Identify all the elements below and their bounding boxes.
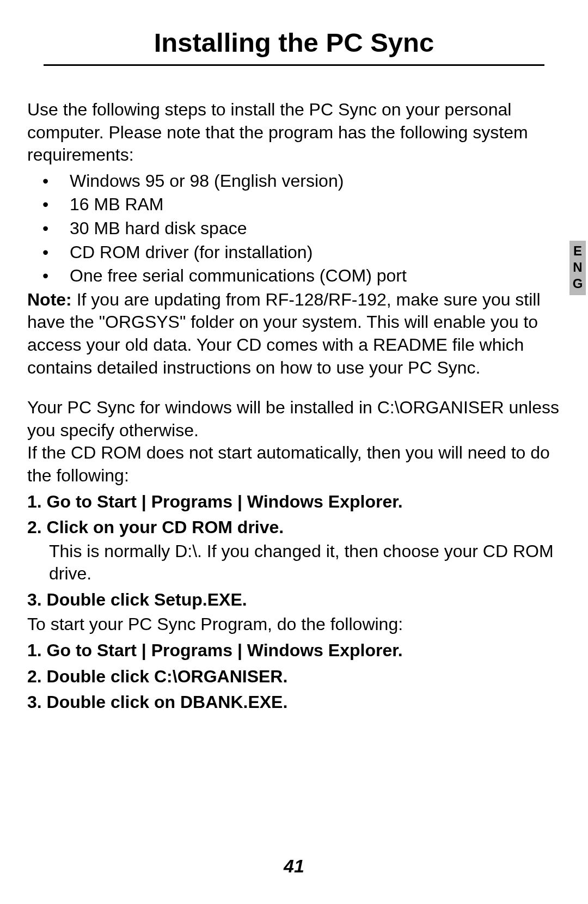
start-instruction-paragraph: To start your PC Sync Program, do the fo…	[27, 613, 561, 636]
list-item: 16 MB RAM	[32, 193, 561, 216]
step-a2-sub: This is normally D:\. If you changed it,…	[49, 540, 561, 585]
intro-paragraph: Use the following steps to install the P…	[27, 99, 561, 167]
step-a3: 3. Double click Setup.EXE.	[27, 589, 561, 612]
list-item: CD ROM driver (for installation)	[32, 241, 561, 264]
step-a1: 1. Go to Start | Programs | Windows Expl…	[27, 491, 561, 514]
list-item: 30 MB hard disk space	[32, 217, 561, 240]
page-number: 41	[0, 856, 588, 877]
lang-letter: N	[569, 259, 586, 276]
note-label: Note:	[27, 290, 72, 309]
list-item: One free serial communications (COM) por…	[32, 265, 561, 288]
note-body: If you are updating from RF-128/RF-192, …	[27, 290, 541, 377]
install-location-paragraph: Your PC Sync for windows will be install…	[27, 396, 561, 442]
cd-instruction-paragraph: If the CD ROM does not start automatical…	[27, 442, 561, 487]
page-title: Installing the PC Sync	[44, 27, 544, 66]
language-tab: E N G	[569, 241, 586, 295]
step-b3: 3. Double click on DBANK.EXE.	[27, 691, 561, 714]
step-b2: 2. Double click C:\ORGANISER.	[27, 665, 561, 688]
step-a2: 2. Click on your CD ROM drive.	[27, 516, 561, 539]
step-b1: 1. Go to Start | Programs | Windows Expl…	[27, 639, 561, 662]
note-paragraph: Note: If you are updating from RF-128/RF…	[27, 289, 561, 379]
list-item: Windows 95 or 98 (English version)	[32, 170, 561, 193]
lang-letter: E	[569, 243, 586, 259]
requirements-list: Windows 95 or 98 (English version) 16 MB…	[32, 170, 561, 288]
lang-letter: G	[569, 276, 586, 292]
